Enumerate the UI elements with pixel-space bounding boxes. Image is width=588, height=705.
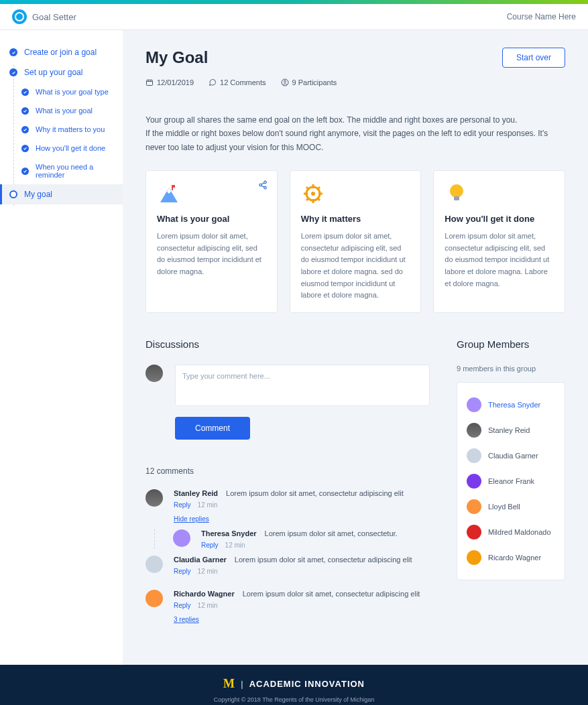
nav-label: What is your goal type	[36, 88, 109, 96]
card-body: Lorem ipsum dolor sit amet, consectetur …	[445, 231, 554, 290]
comment-icon	[209, 78, 217, 86]
reply-time: 12 min	[225, 541, 245, 549]
member-item[interactable]: Claudia Garner	[467, 443, 555, 468]
meta-participants[interactable]: 9 Participants	[281, 78, 337, 86]
comment-time: 12 min	[198, 602, 218, 609]
members-title: Group Members	[457, 338, 565, 350]
card-title: What is your goal	[157, 214, 266, 224]
comment-time: 12 min	[198, 501, 218, 509]
reply-link[interactable]: Reply	[174, 568, 191, 575]
replies-count-link[interactable]: 3 replies	[174, 616, 199, 623]
nav-item-my-goal[interactable]: My goal	[0, 184, 123, 204]
comment-author[interactable]: Richardo Wagner	[174, 590, 235, 598]
comment-author[interactable]: Stanley Reid	[174, 489, 218, 497]
share-icon[interactable]	[258, 180, 268, 192]
member-avatar	[467, 525, 481, 539]
nav-sub-why-matters[interactable]: Why it matters to you	[0, 120, 123, 139]
nav-sub-reminder[interactable]: When you need a reminder	[0, 157, 123, 184]
brand[interactable]: Goal Setter	[12, 9, 76, 24]
reply-avatar[interactable]	[173, 529, 190, 547]
meta-comments[interactable]: 12 Comments	[209, 78, 266, 86]
mountain-icon	[157, 182, 181, 206]
nav-item-set-up-goal[interactable]: Set up your goal	[0, 62, 123, 82]
member-avatar	[467, 474, 481, 489]
member-name: Ricardo Wagner	[488, 554, 541, 562]
current-user-avatar	[145, 365, 163, 382]
member-avatar	[467, 550, 481, 565]
reply-author[interactable]: Theresa Snyder	[201, 529, 257, 537]
comment-text: Lorem ipsum dolor sit amet, consectetur …	[226, 489, 404, 497]
comment-input[interactable]	[175, 365, 430, 406]
reply-item: Theresa SnyderLorem ipsum dolor sit amet…	[173, 529, 430, 549]
card-body: Lorem ipsum dolor sit amet, consectetur …	[301, 231, 410, 302]
reply-text: Lorem ipsum dolor sit amet, consectetur.	[265, 529, 398, 537]
page-title: My Goal	[145, 48, 208, 67]
member-item[interactable]: Theresa Snyder	[467, 392, 555, 418]
comment-item: Richardo WagnerLorem ipsum dolor sit ame…	[145, 590, 430, 623]
nav-sub-your-goal[interactable]: What is your goal	[0, 101, 123, 120]
reply-link[interactable]: Reply	[174, 501, 191, 509]
start-over-button[interactable]: Start over	[502, 48, 565, 68]
intro-line-1: Your group all shares the same end goal …	[145, 113, 565, 127]
course-name[interactable]: Course Name Here	[507, 12, 576, 21]
svg-point-5	[263, 187, 266, 190]
hide-replies-link[interactable]: Hide replies	[174, 515, 209, 523]
lightbulb-icon	[445, 182, 469, 206]
check-icon	[21, 145, 29, 152]
nav-label: My goal	[24, 190, 52, 199]
calendar-icon	[145, 78, 154, 86]
member-item[interactable]: Eleanor Frank	[467, 468, 555, 494]
card-title: How you'll get it done	[445, 214, 554, 224]
meta-date-text: 12/01/2019	[157, 78, 194, 86]
nav-label: What is your goal	[36, 107, 93, 115]
nav-sub-how-done[interactable]: How you'll get it done	[0, 139, 123, 157]
nav-label: Set up your goal	[24, 68, 82, 77]
member-name: Eleanor Frank	[488, 477, 534, 485]
svg-point-18	[450, 184, 463, 198]
card-why-it-matters[interactable]: Why it matters Lorem ipsum dolor sit ame…	[290, 170, 422, 313]
comment-item: Stanley ReidLorem ipsum dolor sit amet, …	[145, 489, 430, 523]
commenter-avatar[interactable]	[145, 489, 163, 507]
nav-sub-goal-type[interactable]: What is your goal type	[0, 82, 123, 101]
app-header: Goal Setter Course Name Here	[0, 4, 588, 30]
commenter-avatar[interactable]	[145, 590, 163, 607]
reply-link[interactable]: Reply	[201, 541, 219, 549]
discussions-section: Discussions Comment 12 comments Stanley …	[145, 338, 430, 638]
check-icon	[9, 68, 17, 76]
check-icon	[21, 126, 29, 133]
member-avatar	[467, 448, 481, 463]
member-item[interactable]: Mildred Maldonado	[467, 519, 555, 545]
card-what-is-your-goal[interactable]: What is your goal Lorem ipsum dolor sit …	[145, 170, 278, 313]
meta-comments-text: 12 Comments	[220, 78, 266, 86]
member-name: Theresa Snyder	[488, 401, 540, 409]
member-name: Mildred Maldonado	[488, 528, 551, 536]
svg-rect-19	[454, 196, 459, 200]
member-avatar	[467, 499, 481, 514]
svg-point-2	[284, 80, 286, 82]
nav-label: Create or join a goal	[24, 48, 97, 57]
member-item[interactable]: Lloyd Bell	[467, 494, 555, 519]
card-how-get-done[interactable]: How you'll get it done Lorem ipsum dolor…	[433, 170, 565, 313]
member-item[interactable]: Stanley Reid	[467, 418, 555, 443]
comment-author[interactable]: Claudia Garner	[174, 556, 227, 564]
member-avatar	[467, 397, 481, 412]
commenter-avatar[interactable]	[145, 556, 163, 573]
group-members-panel: Group Members 9 members in this group Th…	[457, 338, 565, 580]
check-icon	[21, 88, 29, 96]
comment-submit-button[interactable]: Comment	[175, 417, 250, 440]
member-item[interactable]: Ricardo Wagner	[467, 545, 555, 570]
comment-text: Lorem ipsum dolor sit amet, consectetur …	[243, 590, 420, 598]
intro-line-2: If the middle or right boxes below don't…	[145, 127, 565, 154]
comment-time: 12 min	[198, 568, 218, 575]
member-name: Claudia Garner	[488, 452, 538, 460]
current-bullet-icon	[9, 190, 17, 198]
michigan-m-icon: M	[223, 677, 235, 691]
reply-link[interactable]: Reply	[174, 602, 191, 609]
wheel-icon	[301, 182, 325, 206]
nav-label: How you'll get it done	[36, 144, 105, 152]
discussions-title: Discussions	[145, 338, 430, 350]
check-icon	[9, 48, 17, 56]
page-meta: 12/01/2019 12 Comments 9 Participants	[145, 78, 565, 86]
sidebar-nav: Create or join a goal Set up your goal W…	[0, 30, 123, 665]
nav-item-create-or-join[interactable]: Create or join a goal	[0, 42, 123, 62]
